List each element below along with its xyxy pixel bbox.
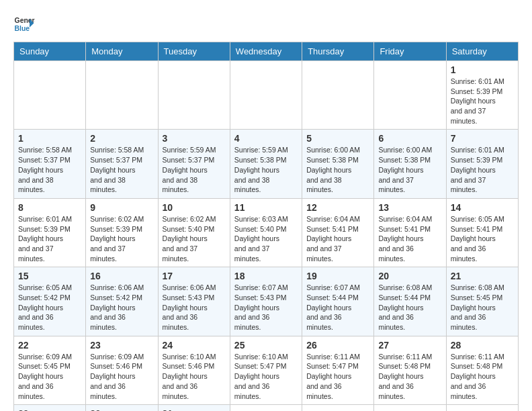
calendar-cell	[158, 61, 230, 130]
day-info: Sunrise: 6:10 AMSunset: 5:47 PMDaylight …	[234, 352, 298, 401]
day-number: 24	[163, 340, 226, 351]
day-info: Sunrise: 6:01 AMSunset: 5:39 PMDaylight …	[451, 77, 514, 126]
day-info: Sunrise: 6:10 AMSunset: 5:46 PMDaylight …	[163, 352, 226, 401]
day-header-saturday: Saturday	[446, 42, 518, 61]
calendar-cell	[230, 405, 302, 411]
calendar-week-row: 1Sunrise: 5:58 AMSunset: 5:37 PMDaylight…	[14, 130, 519, 198]
calendar-week-row: 29Sunrise: 6:12 AMSunset: 5:49 PMDayligh…	[14, 405, 519, 411]
calendar-cell	[14, 61, 86, 130]
day-number: 7	[451, 133, 514, 144]
day-header-monday: Monday	[86, 42, 158, 61]
calendar-cell: 6Sunrise: 6:00 AMSunset: 5:38 PMDaylight…	[374, 130, 446, 198]
day-number: 3	[163, 133, 226, 144]
day-info: Sunrise: 6:11 AMSunset: 5:47 PMDaylight …	[306, 352, 369, 401]
calendar-cell: 3Sunrise: 5:59 AMSunset: 5:37 PMDaylight…	[158, 130, 230, 198]
calendar-cell: 30Sunrise: 6:12 AMSunset: 5:49 PMDayligh…	[86, 405, 158, 411]
calendar-cell: 17Sunrise: 6:06 AMSunset: 5:43 PMDayligh…	[158, 267, 230, 336]
calendar-cell: 9Sunrise: 6:02 AMSunset: 5:39 PMDaylight…	[86, 198, 158, 267]
calendar-cell: 31Sunrise: 6:13 AMSunset: 5:50 PMDayligh…	[158, 405, 230, 411]
day-info: Sunrise: 6:02 AMSunset: 5:39 PMDaylight …	[90, 214, 153, 263]
svg-text:Blue: Blue	[15, 25, 30, 32]
calendar-week-row: 8Sunrise: 6:01 AMSunset: 5:39 PMDaylight…	[14, 198, 519, 267]
day-info: Sunrise: 6:07 AMSunset: 5:44 PMDaylight …	[306, 283, 369, 332]
calendar-cell: 23Sunrise: 6:09 AMSunset: 5:46 PMDayligh…	[86, 336, 158, 404]
day-number: 31	[163, 408, 226, 411]
calendar-cell: 14Sunrise: 6:05 AMSunset: 5:41 PMDayligh…	[446, 198, 518, 267]
calendar-week-row: 15Sunrise: 6:05 AMSunset: 5:42 PMDayligh…	[14, 267, 519, 336]
day-number: 1	[18, 133, 81, 144]
day-info: Sunrise: 6:00 AMSunset: 5:38 PMDaylight …	[306, 145, 369, 194]
day-number: 4	[234, 133, 298, 144]
calendar-cell: 1Sunrise: 5:58 AMSunset: 5:37 PMDaylight…	[14, 130, 86, 198]
day-number: 18	[234, 271, 298, 281]
logo: General Blue	[13, 13, 35, 35]
day-info: Sunrise: 5:58 AMSunset: 5:37 PMDaylight …	[18, 145, 81, 194]
calendar-cell: 11Sunrise: 6:03 AMSunset: 5:40 PMDayligh…	[230, 198, 302, 267]
day-info: Sunrise: 5:59 AMSunset: 5:37 PMDaylight …	[163, 145, 226, 194]
calendar-cell	[302, 405, 374, 411]
day-info: Sunrise: 6:09 AMSunset: 5:46 PMDaylight …	[90, 352, 153, 401]
day-number: 10	[163, 202, 226, 213]
day-number: 23	[90, 340, 153, 351]
day-number: 13	[378, 202, 441, 213]
calendar-cell: 27Sunrise: 6:11 AMSunset: 5:48 PMDayligh…	[374, 336, 446, 404]
calendar-week-row: 1Sunrise: 6:01 AMSunset: 5:39 PMDaylight…	[14, 61, 519, 130]
day-info: Sunrise: 6:05 AMSunset: 5:41 PMDaylight …	[451, 214, 514, 263]
day-info: Sunrise: 6:01 AMSunset: 5:39 PMDaylight …	[18, 214, 81, 263]
day-number: 27	[378, 340, 441, 351]
day-info: Sunrise: 6:07 AMSunset: 5:43 PMDaylight …	[234, 283, 298, 332]
day-number: 9	[90, 202, 153, 213]
page-header: General Blue	[13, 13, 519, 35]
calendar-cell: 7Sunrise: 6:01 AMSunset: 5:39 PMDaylight…	[446, 130, 518, 198]
calendar-cell	[446, 405, 518, 411]
day-info: Sunrise: 6:01 AMSunset: 5:39 PMDaylight …	[451, 145, 514, 194]
logo-icon: General Blue	[13, 13, 35, 35]
day-number: 29	[18, 408, 81, 411]
day-number: 22	[18, 340, 81, 351]
calendar-cell: 25Sunrise: 6:10 AMSunset: 5:47 PMDayligh…	[230, 336, 302, 404]
day-number: 16	[90, 271, 153, 281]
calendar-cell: 13Sunrise: 6:04 AMSunset: 5:41 PMDayligh…	[374, 198, 446, 267]
day-info: Sunrise: 6:08 AMSunset: 5:44 PMDaylight …	[378, 283, 441, 332]
calendar-cell: 26Sunrise: 6:11 AMSunset: 5:47 PMDayligh…	[302, 336, 374, 404]
day-number: 15	[18, 271, 81, 281]
day-number: 19	[306, 271, 369, 281]
day-info: Sunrise: 5:58 AMSunset: 5:37 PMDaylight …	[90, 145, 153, 194]
calendar-cell: 15Sunrise: 6:05 AMSunset: 5:42 PMDayligh…	[14, 267, 86, 336]
calendar-cell: 28Sunrise: 6:11 AMSunset: 5:48 PMDayligh…	[446, 336, 518, 404]
day-info: Sunrise: 5:59 AMSunset: 5:38 PMDaylight …	[234, 145, 298, 194]
day-header-wednesday: Wednesday	[230, 42, 302, 61]
day-number: 30	[90, 408, 153, 411]
calendar-cell	[86, 61, 158, 130]
day-info: Sunrise: 6:04 AMSunset: 5:41 PMDaylight …	[306, 214, 369, 263]
calendar-cell	[302, 61, 374, 130]
day-number: 2	[90, 133, 153, 144]
day-info: Sunrise: 6:09 AMSunset: 5:45 PMDaylight …	[18, 352, 81, 401]
day-number: 26	[306, 340, 369, 351]
day-number: 6	[378, 133, 441, 144]
day-number: 8	[18, 202, 81, 213]
calendar-cell	[374, 61, 446, 130]
day-number: 17	[163, 271, 226, 281]
calendar-cell: 22Sunrise: 6:09 AMSunset: 5:45 PMDayligh…	[14, 336, 86, 404]
day-header-friday: Friday	[374, 42, 446, 61]
day-number: 11	[234, 202, 298, 213]
calendar-cell: 16Sunrise: 6:06 AMSunset: 5:42 PMDayligh…	[86, 267, 158, 336]
calendar-cell: 4Sunrise: 5:59 AMSunset: 5:38 PMDaylight…	[230, 130, 302, 198]
day-number: 25	[234, 340, 298, 351]
day-number: 1	[451, 64, 514, 75]
calendar-header-row: SundayMondayTuesdayWednesdayThursdayFrid…	[14, 42, 519, 61]
day-info: Sunrise: 6:02 AMSunset: 5:40 PMDaylight …	[163, 214, 226, 263]
day-number: 20	[378, 271, 441, 281]
calendar-week-row: 22Sunrise: 6:09 AMSunset: 5:45 PMDayligh…	[14, 336, 519, 404]
calendar-cell: 24Sunrise: 6:10 AMSunset: 5:46 PMDayligh…	[158, 336, 230, 404]
calendar-cell: 12Sunrise: 6:04 AMSunset: 5:41 PMDayligh…	[302, 198, 374, 267]
calendar-cell: 1Sunrise: 6:01 AMSunset: 5:39 PMDaylight…	[446, 61, 518, 130]
day-number: 14	[451, 202, 514, 213]
calendar-cell: 19Sunrise: 6:07 AMSunset: 5:44 PMDayligh…	[302, 267, 374, 336]
day-info: Sunrise: 6:03 AMSunset: 5:40 PMDaylight …	[234, 214, 298, 263]
day-number: 28	[451, 340, 514, 351]
calendar-cell: 29Sunrise: 6:12 AMSunset: 5:49 PMDayligh…	[14, 405, 86, 411]
day-header-tuesday: Tuesday	[158, 42, 230, 61]
day-number: 21	[451, 271, 514, 281]
